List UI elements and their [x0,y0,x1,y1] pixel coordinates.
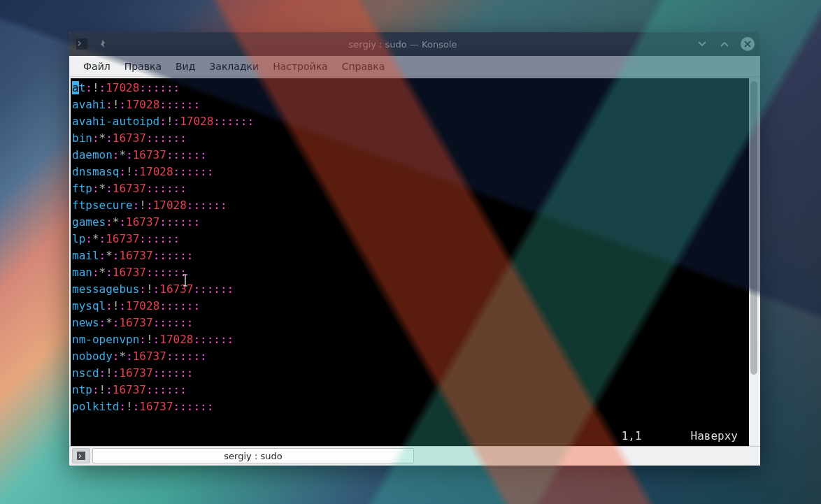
terminal-viewport[interactable]: at:!:17028::::::avahi:!:17028::::::avahi… [71,78,749,446]
minimize-button[interactable] [696,38,708,50]
tab-active[interactable]: sergiy : sudo [92,448,414,463]
tab-label: sergiy : sudo [224,451,282,461]
pin-icon[interactable] [96,37,110,51]
menu-settings[interactable]: Настройка [266,58,335,75]
terminal-line: nm-openvpn:!:17028:::::: [72,331,749,348]
text-cursor-icon [183,274,188,287]
desktop-wallpaper: sergiy : sudo — Konsole Файл Правка Вид … [0,0,821,504]
terminal-line: mysql:!:17028:::::: [72,298,749,315]
terminal-line: ntp:!:16737:::::: [72,382,749,398]
terminal-line: news:*:16737:::::: [72,315,749,331]
terminal-line: avahi-autoipd:!:17028:::::: [72,113,749,130]
terminal-line: mail:*:16737:::::: [72,247,749,264]
new-tab-button[interactable] [72,448,90,463]
vim-cursor-pos: 1,1 [622,428,642,445]
terminal-line: messagebus:!:16737:::::: [72,281,749,298]
scrollbar-thumb[interactable] [750,81,757,375]
maximize-button[interactable] [718,38,731,50]
vim-location: Наверху [691,428,738,445]
terminal-line: at:!:17028:::::: [72,80,749,96]
terminal-line: bin:*:16737:::::: [72,130,749,147]
terminal-line: avahi:!:17028:::::: [72,96,749,113]
menu-file[interactable]: Файл [76,58,117,75]
menu-edit[interactable]: Правка [117,58,169,75]
terminal-scrollbar[interactable] [749,78,759,446]
menubar: Файл Правка Вид Закладки Настройка Справ… [69,56,760,77]
terminal-line: dnsmasq:!:17028:::::: [72,164,749,180]
terminal-line: lp:*:16737:::::: [72,231,749,247]
terminal-line: ftp:*:16737:::::: [72,180,749,197]
svg-rect-0 [76,38,87,50]
terminal-line: daemon:*:16737:::::: [72,147,749,164]
terminal-app-icon [75,37,89,51]
menu-bookmarks[interactable]: Закладки [202,58,266,75]
terminal-line: man:*:16737:::::: [72,264,749,281]
menu-view[interactable]: Вид [169,58,202,75]
svg-rect-1 [77,452,85,460]
vim-block-cursor: a [72,81,79,94]
terminal-line: games:*:16737:::::: [72,214,749,231]
menu-help[interactable]: Справка [335,58,392,75]
terminal-line: nscd:!:16737:::::: [72,365,749,382]
terminal-line: polkitd:!:16737:::::: [72,398,749,415]
terminal-line: nobody:*:16737:::::: [72,348,749,365]
konsole-window: sergiy : sudo — Konsole Файл Правка Вид … [69,32,760,466]
tab-bar: sergiy : sudo [69,446,760,466]
terminal-line: ftpsecure:!:17028:::::: [72,197,749,214]
terminal-container: at:!:17028::::::avahi:!:17028::::::avahi… [69,77,760,446]
window-title: sergiy : sudo — Konsole [110,39,696,50]
close-button[interactable] [741,37,755,51]
vim-status-line: 1,1 Наверху [622,428,738,445]
titlebar[interactable]: sergiy : sudo — Konsole [69,32,760,56]
